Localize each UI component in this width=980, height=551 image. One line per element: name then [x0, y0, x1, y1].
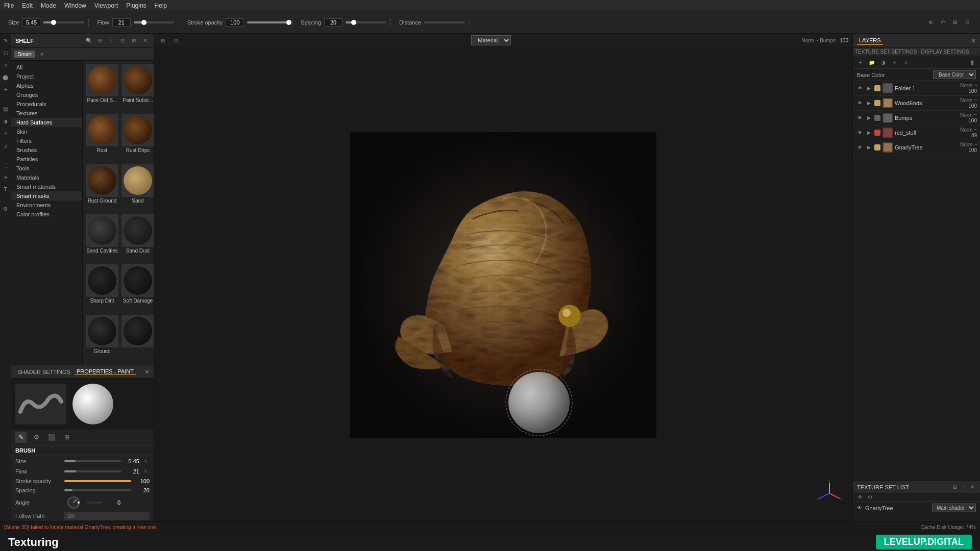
spacing-value[interactable]: 20: [324, 18, 342, 27]
prop-size-slider[interactable]: [64, 460, 121, 462]
shelf-search-btn[interactable]: 🔍: [84, 36, 93, 45]
layer-folder1[interactable]: 👁 ▶ Folder 1 Norm ~ 100: [853, 81, 980, 96]
text-icon-btn[interactable]: T: [1, 185, 10, 194]
layer-vis-btn4[interactable]: 👁: [856, 129, 863, 136]
list-item[interactable]: Rust Drips: [120, 113, 154, 162]
toolbar-icon-1[interactable]: ⊕: [926, 18, 935, 27]
angle-dial[interactable]: [67, 496, 80, 509]
prop-stroke-slider[interactable]: [64, 480, 131, 482]
layer-folder-icon3[interactable]: ▶: [865, 114, 872, 121]
add-layer-btn[interactable]: +: [856, 58, 865, 67]
follow-path-bar[interactable]: Off: [64, 512, 150, 520]
shader-tab[interactable]: SHADER SETTINGS: [15, 369, 72, 375]
add-effect-btn[interactable]: ✧: [890, 58, 899, 67]
settings-icon-btn[interactable]: ⚙: [1, 204, 10, 213]
layer-woodends[interactable]: 👁 ▶ WoodEnds Norm ~ 100: [853, 96, 980, 111]
fill-icon-btn[interactable]: ⬛: [46, 432, 57, 443]
menu-edit[interactable]: Edit: [22, 2, 33, 9]
cat-materials[interactable]: Materials: [11, 173, 82, 182]
mask-icon-btn[interactable]: ◑: [1, 116, 10, 126]
menu-window[interactable]: Window: [64, 2, 86, 9]
settings-icon-btn2[interactable]: ⚙: [31, 432, 42, 443]
brush-icon-btn[interactable]: ✎: [15, 432, 27, 443]
properties-close-btn[interactable]: ✕: [144, 368, 150, 375]
layer-folder-icon2[interactable]: ▶: [865, 99, 872, 107]
texture-set-item[interactable]: 👁 GnarlyTree Main shader: [853, 502, 980, 514]
vp-icon-1[interactable]: ⊞: [158, 36, 167, 45]
cat-alphas[interactable]: Alphas: [11, 81, 82, 90]
layer-folder-icon[interactable]: ▶: [865, 85, 872, 92]
distance-slider[interactable]: [424, 21, 465, 23]
prop-spacing-slider[interactable]: [64, 489, 131, 491]
cat-project[interactable]: Project: [11, 72, 82, 81]
toolbar-icon-4[interactable]: ⊡: [963, 18, 972, 27]
shelf-grid-btn[interactable]: ⊞: [129, 36, 138, 45]
material-dropdown[interactable]: Material: [471, 35, 511, 45]
stroke-opacity-slider[interactable]: [247, 21, 288, 23]
add-filter-btn[interactable]: ⊿: [901, 58, 910, 67]
flow-edit-btn[interactable]: ✎: [142, 468, 150, 475]
effects-icon-btn[interactable]: ✧: [1, 129, 10, 138]
size-value[interactable]: 5.45: [22, 18, 40, 27]
eyedropper-btn[interactable]: ✦: [1, 85, 10, 94]
smart-filter-btn[interactable]: Smart: [14, 51, 35, 58]
layer-gnarlytree[interactable]: 👁 ▶ GnarlyTree Norm ~ 100: [853, 140, 980, 155]
cat-hard-surfaces[interactable]: Hard Surfaces: [11, 118, 82, 127]
display-settings-tab[interactable]: DISPLAY SETTINGS: [921, 49, 969, 55]
fill-tool-btn[interactable]: ⬤: [1, 72, 10, 82]
cat-tools[interactable]: Tools: [11, 164, 82, 173]
layer-folder-icon5[interactable]: ▶: [865, 144, 872, 151]
menu-help[interactable]: Help: [155, 2, 167, 9]
menu-plugins[interactable]: Plugins: [126, 2, 146, 9]
list-item[interactable]: Sand Cavities: [85, 213, 119, 262]
toolbar-icon-3[interactable]: ⊞: [950, 18, 960, 27]
eraser-tool-btn[interactable]: ◻: [1, 48, 10, 57]
cat-smart-materials[interactable]: Smart materials: [11, 182, 82, 191]
cat-grunges[interactable]: Grunges: [11, 90, 82, 99]
menu-viewport[interactable]: Viewport: [94, 2, 118, 9]
list-item[interactable]: Sand: [120, 163, 154, 212]
cat-skin[interactable]: Skin: [11, 127, 82, 136]
angle-track[interactable]: [87, 502, 102, 504]
list-item[interactable]: Rust Ground: [85, 163, 119, 212]
list-item[interactable]: Sand Dust: [120, 213, 154, 262]
list-item[interactable]: Paint Old S...: [85, 63, 119, 112]
base-color-dropdown[interactable]: Base Color: [933, 70, 976, 79]
smart-filter-close[interactable]: ✕: [37, 49, 46, 59]
list-item[interactable]: Paint Subst...: [120, 63, 154, 112]
menu-file[interactable]: File: [4, 2, 14, 9]
tex-vis-btn[interactable]: 👁: [857, 505, 862, 511]
cat-particles[interactable]: Particles: [11, 155, 82, 164]
vp-icon-2[interactable]: ⊡: [172, 36, 181, 45]
cat-filters[interactable]: Filters: [11, 136, 82, 145]
cat-smart-masks[interactable]: Smart masks: [11, 191, 82, 201]
texture-set-settings-tab[interactable]: TEXTURE SET SETTINGS: [855, 49, 917, 55]
layers-close-btn[interactable]: ✕: [971, 37, 976, 44]
add-folder-btn[interactable]: 📁: [867, 58, 876, 67]
select-icon-btn[interactable]: ⬚: [1, 160, 10, 169]
shelf-close-btn[interactable]: ✕: [140, 36, 150, 45]
list-item[interactable]: Rust: [85, 113, 119, 162]
tex-shader-dropdown[interactable]: Main shader: [932, 504, 976, 512]
layer-vis-btn3[interactable]: 👁: [856, 114, 863, 121]
paint-tool-btn[interactable]: ✎: [1, 36, 10, 45]
tex-set-icon1[interactable]: ⊟: [951, 484, 959, 490]
list-item[interactable]: Ground: [85, 314, 119, 363]
list-item[interactable]: Sharp Dint: [85, 263, 119, 312]
app-brand[interactable]: LEVELUP.DIGITAL: [876, 535, 972, 549]
tex-set-close[interactable]: ✕: [969, 484, 976, 490]
cat-procedurals[interactable]: Procedurals: [11, 99, 82, 109]
cat-brushes[interactable]: Brushes: [11, 145, 82, 155]
layer-folder-icon4[interactable]: ▶: [865, 129, 872, 136]
layers-tab[interactable]: LAYERS: [857, 36, 883, 45]
list-item[interactable]: [120, 314, 154, 363]
layer-vis-btn5[interactable]: 👁: [856, 144, 863, 151]
size-slider[interactable]: [43, 21, 84, 23]
stroke-opacity-value[interactable]: 100: [226, 18, 244, 27]
layer-bumps[interactable]: 👁 ▶ Bumps Norm ~ 100: [853, 111, 980, 126]
tex-set-settings[interactable]: ⚙: [866, 494, 874, 500]
menu-mode[interactable]: Mode: [41, 2, 56, 9]
shelf-view-btn[interactable]: ⊡: [118, 36, 127, 45]
layers-icon-btn[interactable]: ▤: [1, 104, 10, 113]
spacing-slider[interactable]: [346, 21, 386, 23]
